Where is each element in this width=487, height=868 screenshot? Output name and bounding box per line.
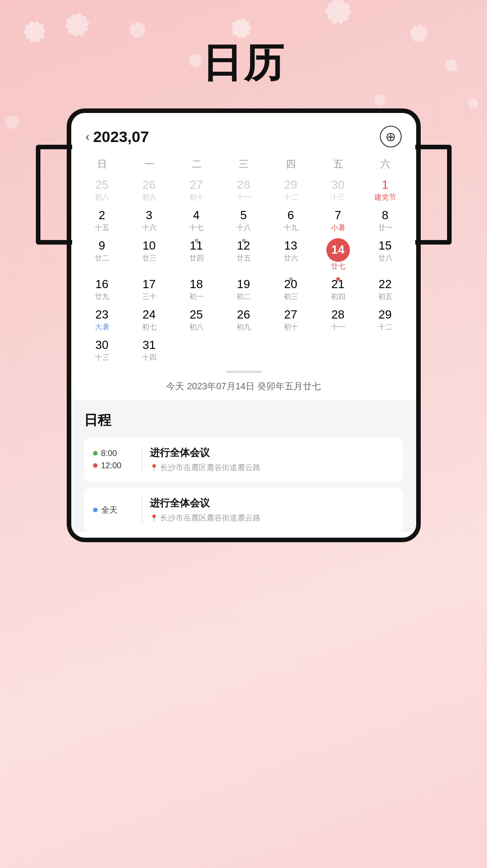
day-number: 23 xyxy=(95,307,108,323)
month-title: 2023,07 xyxy=(93,128,149,146)
cal-cell[interactable]: 4十七 xyxy=(173,206,220,235)
day-number: 10 xyxy=(143,238,156,254)
schedule-divider xyxy=(141,496,143,523)
cal-cell[interactable]: 21初四 xyxy=(315,275,362,304)
lunar-date: 初八 xyxy=(189,323,204,331)
event-dot xyxy=(195,239,198,242)
day-number: 30 xyxy=(95,338,108,353)
time-dot xyxy=(93,463,98,468)
time-row: 12:00 xyxy=(93,461,134,471)
cal-cell[interactable]: 20初三 xyxy=(267,275,315,304)
cal-cell[interactable]: 3十六 xyxy=(126,206,173,235)
cal-cell[interactable]: 10廿三 xyxy=(126,236,173,274)
prev-month-button[interactable]: ‹ xyxy=(86,130,90,144)
cal-cell[interactable]: 28十一 xyxy=(315,305,362,335)
cal-cell[interactable]: 8廿一 xyxy=(362,206,409,235)
schedule-item[interactable]: 全天进行全体会议📍长沙市岳麓区麓谷街道麓云路 xyxy=(84,487,403,532)
cal-cell: 30十三 xyxy=(315,176,362,205)
lunar-date: 廿七 xyxy=(331,262,345,270)
cal-cell[interactable]: 2十五 xyxy=(79,206,126,235)
cal-cell[interactable]: 30十三 xyxy=(79,336,126,365)
cal-cell: 26初九 xyxy=(126,176,173,205)
cal-cell xyxy=(267,336,315,365)
days-of-week-row: 日一二三四五六 xyxy=(71,155,416,174)
cal-cell[interactable]: 25初八 xyxy=(173,305,220,335)
today-circle: 14 xyxy=(326,238,350,262)
cal-cell[interactable]: 18初一 xyxy=(173,275,220,304)
schedule-location: 📍长沙市岳麓区麓谷街道麓云路 xyxy=(150,513,394,523)
day-number: 18 xyxy=(190,277,203,292)
day-of-week-日: 日 xyxy=(79,155,126,174)
cal-cell[interactable]: 17三十 xyxy=(126,275,173,304)
day-number: 16 xyxy=(95,277,108,292)
lunar-date: 初十 xyxy=(284,323,298,331)
scroll-indicator xyxy=(71,371,416,373)
day-number: 15 xyxy=(379,238,392,254)
time-text: 8:00 xyxy=(101,449,117,458)
event-dot xyxy=(336,277,340,281)
cal-cell[interactable]: 31十四 xyxy=(126,336,173,365)
lunar-date: 初九 xyxy=(142,193,157,201)
cal-cell[interactable]: 7小暑 xyxy=(315,206,362,235)
cal-cell[interactable]: 22初五 xyxy=(362,275,409,304)
day-number: 29 xyxy=(379,307,392,323)
bracket-right xyxy=(415,145,452,245)
calendar-grid: 25初八26初九27初十28十一29十二30十三1建党节2十五3十六4十七5十八… xyxy=(71,176,416,365)
location-text: 长沙市岳麓区麓谷街道麓云路 xyxy=(160,513,261,523)
lunar-date: 三十 xyxy=(142,292,157,301)
day-number: 27 xyxy=(284,307,297,323)
cal-cell: 25初八 xyxy=(79,176,126,205)
lunar-date: 十二 xyxy=(284,193,298,201)
day-of-week-四: 四 xyxy=(267,155,315,174)
lunar-date: 十八 xyxy=(236,223,251,232)
day-number: 26 xyxy=(237,307,250,323)
day-number: 28 xyxy=(331,307,344,323)
cal-cell: 29十二 xyxy=(267,176,315,205)
location-text: 长沙市岳麓区麓谷街道麓云路 xyxy=(160,462,261,473)
day-number: 4 xyxy=(193,208,199,223)
day-number: 2 xyxy=(98,208,105,223)
schedule-item[interactable]: 8:0012:00进行全体会议📍长沙市岳麓区麓谷街道麓云路 xyxy=(84,437,403,482)
day-number: 22 xyxy=(379,277,392,292)
lunar-date: 初九 xyxy=(236,323,251,331)
cal-cell[interactable]: 27初十 xyxy=(267,305,315,335)
cal-cell[interactable]: 5十八 xyxy=(220,206,267,235)
cal-cell[interactable]: 14廿七 xyxy=(315,236,362,274)
day-number: 19 xyxy=(237,277,250,292)
schedule-divider xyxy=(141,446,143,473)
cal-cell[interactable]: 9廿二 xyxy=(79,236,126,274)
cal-cell xyxy=(220,336,267,365)
day-number: 7 xyxy=(335,208,341,223)
schedule-name: 进行全体会议 xyxy=(150,496,394,510)
lunar-date: 初十 xyxy=(189,193,204,201)
schedule-times: 全天 xyxy=(93,496,134,523)
cal-cell[interactable]: 29十二 xyxy=(362,305,409,335)
schedule-location: 📍长沙市岳麓区麓谷街道麓云路 xyxy=(150,462,394,473)
schedule-title: 日程 xyxy=(84,411,403,430)
cal-cell[interactable]: 26初九 xyxy=(220,305,267,335)
cal-cell[interactable]: 12廿五 xyxy=(220,236,267,274)
cal-cell[interactable]: 23大暑 xyxy=(79,305,126,335)
cal-cell[interactable]: 19初二 xyxy=(220,275,267,304)
time-dot xyxy=(93,508,98,512)
cal-cell[interactable]: 13廿六 xyxy=(267,236,315,274)
phone-inner: ‹ 2023,07 ⊕ 日一二三四五六 25初八26初九27初十28十一29十二… xyxy=(67,108,421,542)
lunar-date: 初五 xyxy=(378,292,393,301)
day-number: 3 xyxy=(146,208,152,223)
cal-cell[interactable]: 1建党节 xyxy=(362,176,409,205)
lunar-date: 十六 xyxy=(142,223,157,232)
lunar-date: 大暑 xyxy=(95,323,109,331)
day-number: 28 xyxy=(237,177,250,193)
day-number: 25 xyxy=(190,307,203,323)
day-number: 17 xyxy=(143,277,156,292)
cal-cell[interactable]: 16廿九 xyxy=(79,275,126,304)
cal-cell[interactable]: 6十九 xyxy=(267,206,315,235)
lunar-date: 十九 xyxy=(284,223,298,232)
cal-cell[interactable]: 24初七 xyxy=(126,305,173,335)
cal-cell[interactable]: 11廿四 xyxy=(173,236,220,274)
lunar-date: 十三 xyxy=(95,353,109,362)
time-row: 8:00 xyxy=(93,449,134,458)
cal-cell[interactable]: 15廿八 xyxy=(362,236,409,274)
calendar-header: ‹ 2023,07 ⊕ xyxy=(71,113,416,155)
add-event-button[interactable]: ⊕ xyxy=(380,126,402,147)
